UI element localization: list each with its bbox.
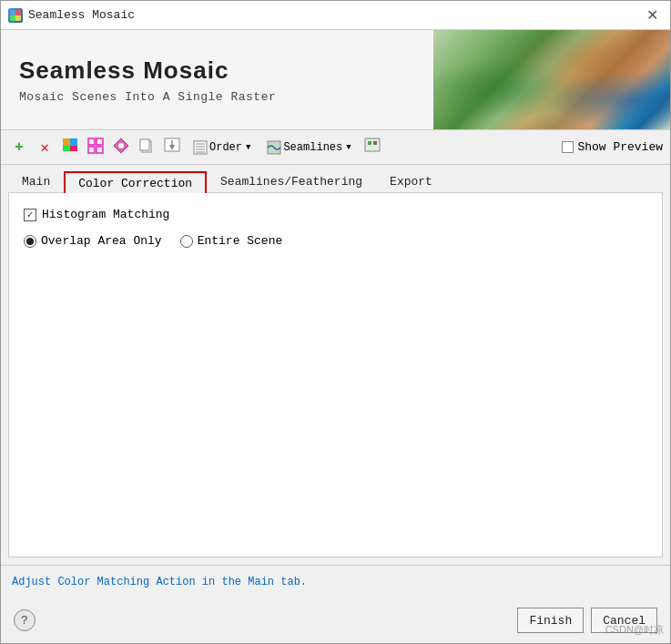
layers-icon-button[interactable] — [59, 137, 81, 158]
svg-rect-26 — [368, 141, 371, 145]
tabs-row: Main Color Correction Seamlines/Featheri… — [1, 165, 670, 192]
checkmark-icon: ✓ — [27, 209, 34, 220]
import-icon — [164, 138, 180, 158]
copy-icon — [138, 138, 155, 158]
header-text: Seamless Mosaic Mosaic Scenes Into A Sin… — [1, 30, 433, 129]
grid-icon — [87, 138, 104, 158]
app-icon — [8, 8, 23, 23]
svg-rect-4 — [63, 138, 70, 146]
overlap-area-only-label: Overlap Area Only — [41, 234, 162, 248]
overlap-area-only-radio[interactable] — [24, 235, 36, 248]
overlap-area-only-option[interactable]: Overlap Area Only — [24, 234, 162, 248]
seamlines-label: Seamlines — [283, 141, 342, 154]
cancel-button[interactable]: Cancel — [591, 608, 657, 633]
tab-main[interactable]: Main — [8, 170, 64, 192]
finish-button[interactable]: Finish — [517, 608, 584, 633]
close-button[interactable]: ✕ — [641, 5, 663, 26]
toolbar: + ✕ — [1, 130, 670, 165]
seamlines-dropdown[interactable]: Seamlines ▼ — [260, 137, 357, 158]
svg-rect-5 — [70, 138, 77, 146]
header-main-title: Seamless Mosaic — [19, 56, 415, 85]
histogram-matching-checkbox[interactable]: ✓ — [24, 209, 36, 221]
remove-icon: ✕ — [40, 138, 49, 157]
svg-rect-1 — [15, 10, 21, 15]
status-bar: Adjust Color Matching Action in the Main… — [1, 565, 670, 598]
svg-rect-0 — [10, 10, 15, 15]
order-dropdown-arrow: ▼ — [246, 143, 250, 152]
titlebar: Seamless Mosaic ✕ — [1, 1, 670, 30]
show-preview-label: Show Preview — [577, 140, 663, 154]
show-preview-checkbox[interactable] — [562, 141, 574, 153]
svg-rect-7 — [70, 146, 77, 151]
svg-rect-8 — [88, 138, 95, 145]
header-banner: Seamless Mosaic Mosaic Scenes Into A Sin… — [1, 30, 670, 130]
pink-icon-button[interactable] — [110, 137, 132, 158]
titlebar-left: Seamless Mosaic — [8, 8, 135, 23]
seamlines-icon — [267, 140, 281, 155]
tab-color-correction[interactable]: Color Correction — [64, 171, 207, 193]
svg-rect-15 — [140, 139, 149, 150]
svg-rect-2 — [10, 15, 15, 21]
svg-point-13 — [118, 143, 124, 148]
entire-scene-option[interactable]: Entire Scene — [180, 234, 283, 248]
window-title: Seamless Mosaic — [28, 8, 135, 22]
layers-icon — [61, 137, 79, 158]
status-text: Adjust Color Matching Action in the Main… — [12, 576, 307, 588]
entire-scene-label: Entire Scene — [198, 234, 283, 248]
show-preview-area: Show Preview — [562, 140, 663, 154]
bottom-bar: ? Finish Cancel — [1, 598, 670, 643]
add-icon: + — [15, 139, 24, 156]
remove-button[interactable]: ✕ — [34, 137, 56, 158]
order-icon — [193, 140, 208, 155]
entire-scene-radio[interactable] — [180, 235, 193, 248]
svg-rect-6 — [63, 146, 70, 151]
order-label: Order — [209, 141, 242, 154]
radio-row: Overlap Area Only Entire Scene — [24, 234, 647, 248]
histogram-matching-label: Histogram Matching — [42, 208, 169, 221]
histogram-matching-row: ✓ Histogram Matching — [24, 208, 647, 221]
main-window: Seamless Mosaic ✕ Seamless Mosaic Mosaic… — [0, 0, 671, 644]
svg-rect-10 — [88, 147, 95, 153]
add-button[interactable]: + — [8, 137, 30, 158]
export-icon-button[interactable] — [361, 137, 383, 158]
svg-rect-27 — [373, 141, 377, 145]
header-subtitle: Mosaic Scenes Into A Single Raster — [19, 90, 415, 104]
pink-icon — [113, 138, 129, 158]
grid-icon-button[interactable] — [85, 137, 107, 158]
tab-seamlines-feathering[interactable]: Seamlines/Feathering — [207, 170, 376, 192]
svg-rect-25 — [365, 138, 380, 151]
header-satellite-image — [433, 30, 670, 129]
seamlines-dropdown-arrow: ▼ — [346, 143, 351, 152]
help-button[interactable]: ? — [14, 609, 36, 631]
tab-export[interactable]: Export — [376, 170, 446, 192]
order-dropdown[interactable]: Order ▼ — [187, 137, 257, 158]
svg-rect-11 — [97, 147, 103, 153]
copy-icon-button[interactable] — [136, 137, 158, 158]
tab-content: ✓ Histogram Matching Overlap Area Only E… — [8, 192, 663, 557]
svg-rect-9 — [97, 138, 103, 145]
import-icon-button[interactable] — [161, 137, 183, 158]
export-icon — [364, 138, 381, 158]
svg-rect-3 — [15, 15, 21, 21]
